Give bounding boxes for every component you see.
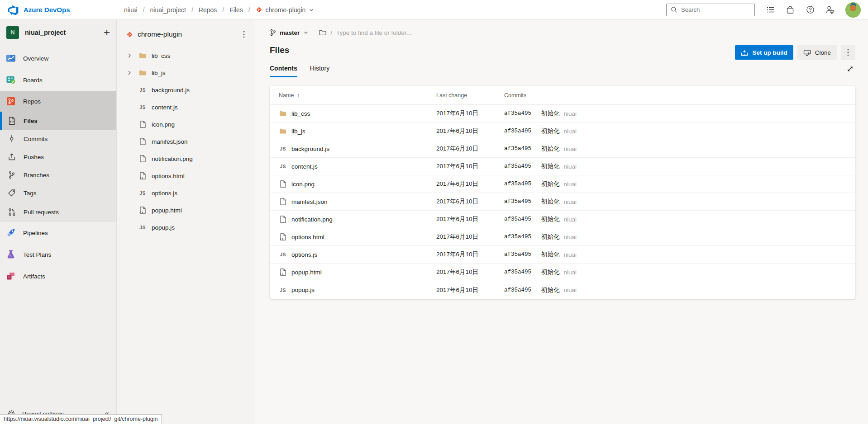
tree-item-lib-js[interactable]: lib_js (117, 64, 254, 81)
table-row-icon-png[interactable]: icon.png 2017年6月10日 af35a495 初始化 niuai (270, 175, 855, 193)
help-icon[interactable] (806, 5, 815, 14)
table-row-background-js[interactable]: JS background.js 2017年6月10日 af35a495 初始化… (270, 140, 855, 158)
branches-icon (7, 170, 16, 179)
cell-name: notification.png (270, 216, 436, 223)
app-frame: N niuai_project + Overview Boards Repos … (0, 20, 868, 424)
table-row-notification-png[interactable]: notification.png 2017年6月10日 af35a495 初始化… (270, 211, 855, 228)
table-row-popup-html[interactable]: popup.html 2017年6月10日 af35a495 初始化 niuai (270, 264, 855, 281)
tree-item-icon-png[interactable]: icon.png (117, 116, 254, 133)
search-input[interactable] (681, 6, 761, 13)
tags-icon (7, 188, 16, 198)
cell-name: manifest.json (270, 198, 436, 205)
commit-author: niuai (564, 198, 577, 205)
breadcrumb-hub-repos[interactable]: Repos (199, 6, 217, 14)
branch-selector[interactable]: master (270, 29, 309, 36)
table-row-options-js[interactable]: JS options.js 2017年6月10日 af35a495 初始化 ni… (270, 246, 855, 264)
sidebar-item-pull-requests[interactable]: Pull requests (0, 202, 116, 222)
tree-item-label: popup.js (152, 224, 175, 231)
find-file-input[interactable] (336, 29, 481, 36)
marketplace-bag-icon[interactable] (786, 5, 795, 14)
tree-item-options-html[interactable]: options.html (117, 167, 254, 184)
breadcrumb-page-files[interactable]: Files (229, 6, 243, 14)
path-separator: / (330, 29, 332, 36)
html-icon (138, 207, 147, 214)
file-icon (279, 180, 287, 188)
avatar[interactable] (845, 2, 861, 18)
cell-name: JS background.js (270, 146, 436, 152)
sidebar-item-tags[interactable]: Tags (0, 184, 116, 202)
top-bar-actions (666, 2, 868, 18)
breadcrumb-org[interactable]: niuai (124, 6, 138, 14)
cell-last-change: 2017年6月10日 (436, 268, 504, 276)
table-row-popup-js[interactable]: JS popup.js 2017年6月10日 af35a495 初始化 niua… (270, 281, 855, 299)
sidebar-item-repos[interactable]: Repos (0, 91, 116, 112)
tree-item-options-js[interactable]: JS options.js (117, 184, 254, 202)
sidebar-item-boards[interactable]: Boards (0, 69, 116, 91)
sidebar-item-artifacts[interactable]: Artifacts (0, 265, 116, 287)
work-items-list-icon[interactable] (766, 5, 775, 14)
table-row-lib-js[interactable]: lib_js 2017年6月10日 af35a495 初始化 niuai (270, 122, 855, 140)
sidebar-item-commits[interactable]: Commits (0, 130, 116, 148)
project-name: niuai_project (25, 29, 66, 36)
tab-contents[interactable]: Contents (270, 65, 297, 77)
cell-commits: af35a495 初始化 niuai (504, 268, 855, 276)
tree-item-notification-png[interactable]: notification.png (117, 150, 254, 167)
sidebar-item-pipelines[interactable]: Pipelines (0, 222, 116, 244)
cell-name: options.html (270, 233, 436, 240)
sidebar-item-label: Pipelines (23, 230, 48, 236)
tree-item-manifest-json[interactable]: manifest.json (117, 133, 254, 150)
sidebar-item-test-plans[interactable]: Test Plans (0, 244, 116, 265)
repos-icon (6, 96, 16, 106)
file-name: options.html (291, 234, 324, 240)
sidebar-item-label: Files (24, 118, 38, 124)
breadcrumb-project[interactable]: niuai_project (150, 6, 186, 14)
azure-devops-home-link[interactable]: Azure DevOps (0, 4, 113, 16)
sidebar-item-branches[interactable]: Branches (0, 166, 116, 184)
column-header-last-change[interactable]: Last change (436, 92, 504, 99)
sidebar-item-pushes[interactable]: Pushes (0, 148, 116, 166)
tree-item-background-js[interactable]: JS background.js (117, 81, 254, 99)
breadcrumb-separator: / (143, 6, 145, 14)
sidebar-item-overview[interactable]: Overview (0, 47, 116, 69)
add-project-button[interactable]: + (104, 27, 110, 38)
table-row-manifest-json[interactable]: manifest.json 2017年6月10日 af35a495 初始化 ni… (270, 193, 855, 211)
global-search-box[interactable] (666, 4, 755, 16)
cell-commits: af35a495 初始化 niuai (504, 180, 855, 188)
table-row-content-js[interactable]: JS content.js 2017年6月10日 af35a495 初始化 ni… (270, 158, 855, 175)
fullscreen-expand-icon[interactable] (847, 66, 854, 72)
tree-item-lib-css[interactable]: lib_css (117, 47, 254, 64)
column-header-commits[interactable]: Commits (504, 92, 855, 99)
commit-message: 初始化 (541, 268, 560, 276)
column-header-name[interactable]: Name ↑ (270, 92, 436, 99)
js-icon: JS (138, 87, 147, 93)
commit-author: niuai (564, 110, 577, 117)
commit-message: 初始化 (541, 250, 560, 259)
user-settings-icon[interactable] (825, 5, 835, 14)
file-name: background.js (291, 146, 329, 152)
table-row-lib-css[interactable]: lib_css 2017年6月10日 af35a495 初始化 niuai (270, 105, 855, 122)
cell-last-change: 2017年6月10日 (436, 127, 504, 135)
chevron-right-icon[interactable] (127, 53, 134, 58)
chevron-right-icon[interactable] (127, 70, 134, 75)
set-up-build-button[interactable]: Set up build (735, 45, 793, 60)
repo-diamond-icon (256, 6, 262, 13)
tree-item-content-js[interactable]: JS content.js (117, 99, 254, 116)
table-row-options-html[interactable]: options.html 2017年6月10日 af35a495 初始化 niu… (270, 228, 855, 246)
tree-item-popup-html[interactable]: popup.html (117, 202, 254, 219)
tab-history[interactable]: History (310, 65, 330, 77)
breadcrumb-repo-picker[interactable]: chrome-plugin (256, 6, 315, 14)
tree-item-label: content.js (152, 104, 178, 111)
cell-name: popup.html (270, 269, 436, 276)
file-name: lib_js (291, 128, 305, 135)
more-actions-button[interactable] (841, 45, 855, 60)
project-switcher[interactable]: N niuai_project + (0, 20, 116, 45)
sidebar-item-files[interactable]: Files (0, 112, 116, 130)
clone-icon (803, 49, 811, 56)
tree-item-popup-js[interactable]: JS popup.js (117, 219, 254, 236)
clone-button[interactable]: Clone (797, 45, 837, 60)
sidebar-item-label: Repos (23, 98, 41, 105)
tree-more-actions-button[interactable] (240, 30, 248, 39)
commit-id: af35a495 (504, 216, 531, 222)
commit-author: niuai (564, 216, 577, 223)
file-icon (279, 198, 287, 205)
